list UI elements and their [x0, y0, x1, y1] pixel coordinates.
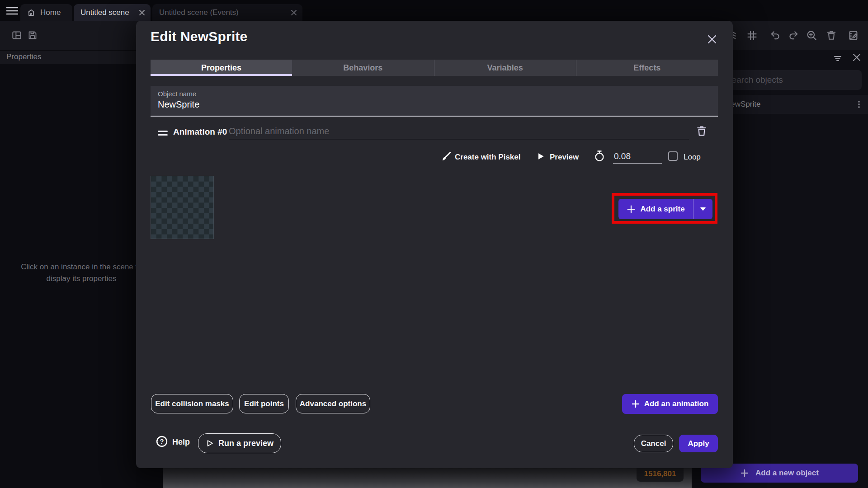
- close-panel-icon[interactable]: [852, 52, 862, 62]
- brush-icon: [440, 151, 452, 163]
- play-outline-icon: [206, 439, 214, 447]
- loop-label: Loop: [684, 153, 701, 162]
- play-icon: [536, 152, 545, 161]
- edit-collision-masks-label: Edit collision masks: [155, 399, 229, 408]
- add-sprite-label: Add a sprite: [640, 205, 684, 214]
- layout-panels-icon[interactable]: [11, 29, 23, 41]
- animation-label: Animation #0: [173, 127, 227, 137]
- tab-untitled-scene-events[interactable]: Untitled scene (Events): [152, 4, 302, 21]
- run-preview-label: Run a preview: [218, 439, 274, 448]
- tab-untitled-scene[interactable]: Untitled scene: [74, 4, 151, 21]
- apply-button[interactable]: Apply: [679, 435, 718, 452]
- redo-icon[interactable]: [788, 30, 799, 42]
- properties-panel-title: Properties: [6, 52, 41, 61]
- stopwatch-icon: [593, 150, 606, 162]
- run-preview-button[interactable]: Run a preview: [198, 433, 281, 453]
- edit-sprite-dialog: Edit NewSprite Properties Behaviors Vari…: [136, 21, 733, 468]
- tab-home[interactable]: Home: [20, 4, 72, 21]
- tab-variables[interactable]: Variables: [434, 60, 576, 76]
- tab-properties[interactable]: Properties: [151, 60, 292, 76]
- advanced-options-label: Advanced options: [300, 399, 366, 408]
- add-new-object-label: Add a new object: [755, 469, 819, 478]
- drag-handle-icon[interactable]: [158, 131, 168, 136]
- cancel-label: Cancel: [641, 439, 666, 448]
- delete-animation-icon[interactable]: [695, 125, 708, 137]
- add-animation-label: Add an animation: [644, 399, 709, 408]
- zoom-in-icon[interactable]: [806, 29, 818, 42]
- trash-icon[interactable]: [826, 29, 837, 41]
- cursor-coordinates: 1516,801: [637, 469, 684, 479]
- add-sprite-split-button: Add a sprite: [618, 199, 712, 219]
- edit-collision-masks-button[interactable]: Edit collision masks: [151, 394, 233, 413]
- tab-events-label: Untitled scene (Events): [159, 8, 239, 17]
- edit-points-button[interactable]: Edit points: [239, 394, 289, 413]
- tab-properties-label: Properties: [201, 63, 241, 73]
- tab-behaviors[interactable]: Behaviors: [292, 60, 434, 76]
- preview-button[interactable]: Preview: [550, 153, 579, 162]
- save-icon[interactable]: [27, 30, 38, 41]
- object-name-field-label: Object name: [158, 90, 196, 98]
- dialog-tab-bar: Properties Behaviors Variables Effects: [151, 60, 718, 76]
- create-with-piskel-button[interactable]: Create with Piskel: [455, 153, 521, 162]
- tab-effects[interactable]: Effects: [576, 60, 718, 76]
- scene-notes-icon[interactable]: [847, 29, 859, 42]
- plus-icon: [740, 469, 749, 478]
- sprite-thumbnail-placeholder[interactable]: [151, 176, 214, 239]
- tab-scene-label: Untitled scene: [80, 8, 129, 17]
- dialog-title: Edit NewSprite: [151, 29, 248, 44]
- add-sprite-button[interactable]: Add a sprite: [618, 199, 693, 219]
- tab-variables-label: Variables: [487, 63, 523, 73]
- tab-effects-label: Effects: [633, 63, 660, 73]
- cancel-button[interactable]: Cancel: [634, 435, 673, 452]
- help-icon[interactable]: ?: [156, 435, 168, 448]
- search-objects-input[interactable]: [722, 70, 862, 90]
- undo-icon[interactable]: [769, 30, 781, 42]
- add-animation-button[interactable]: Add an animation: [622, 394, 718, 414]
- tab-home-label: Home: [40, 8, 61, 17]
- loop-checkbox[interactable]: [668, 151, 678, 161]
- advanced-options-button[interactable]: Advanced options: [296, 394, 370, 413]
- annotation-highlight-box: Add a sprite: [612, 193, 717, 224]
- kebab-menu-icon[interactable]: [854, 99, 864, 110]
- home-icon: [27, 8, 36, 17]
- time-between-frames-input[interactable]: [613, 149, 662, 164]
- apply-label: Apply: [688, 439, 709, 448]
- chevron-down-icon: [700, 207, 706, 211]
- plus-icon: [627, 205, 636, 214]
- close-tab-icon[interactable]: [291, 9, 297, 16]
- plus-icon: [632, 400, 640, 408]
- filter-icon[interactable]: [832, 53, 843, 64]
- add-sprite-dropdown-button[interactable]: [693, 199, 712, 219]
- tab-behaviors-label: Behaviors: [343, 63, 382, 73]
- scene-canvas[interactable]: [163, 468, 692, 488]
- animation-name-input[interactable]: [229, 124, 689, 139]
- edit-points-label: Edit points: [244, 399, 284, 408]
- app-root: Home Untitled scene Untitled scene (Even…: [0, 0, 868, 488]
- object-name-field[interactable]: Object name: [151, 86, 718, 117]
- top-tab-bar: Home Untitled scene Untitled scene (Even…: [0, 0, 868, 21]
- help-button[interactable]: Help: [172, 437, 190, 447]
- properties-empty-message-line2: display its properties: [5, 273, 158, 285]
- svg-text:?: ?: [160, 438, 164, 445]
- grid-icon[interactable]: [746, 29, 758, 42]
- properties-empty-message-line1: Click on an instance in the scene to: [5, 261, 158, 273]
- properties-empty-message: Click on an instance in the scene to dis…: [5, 261, 158, 285]
- close-dialog-icon[interactable]: [704, 32, 720, 47]
- hamburger-menu-icon[interactable]: [6, 7, 18, 15]
- close-tab-icon[interactable]: [139, 9, 145, 16]
- object-name-input[interactable]: [158, 99, 700, 110]
